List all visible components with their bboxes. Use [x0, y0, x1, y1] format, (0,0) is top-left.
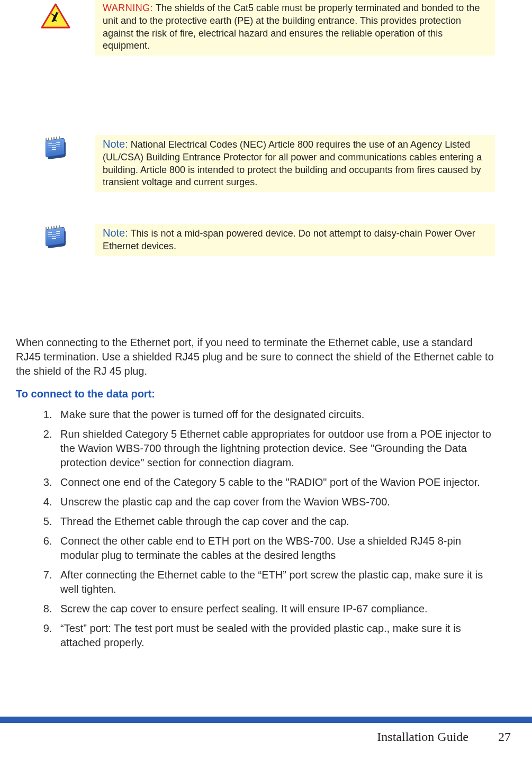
note-label: Note:: [103, 227, 128, 239]
warning-text-box: WARNING: The shields of the Cat5 cable m…: [95, 0, 495, 56]
step-item: “Test” port: The test port must be seale…: [55, 621, 495, 650]
note-callout-2: Note: This is not a mid-span powered dev…: [16, 224, 495, 256]
steps-list: Make sure that the power is turned off f…: [16, 408, 495, 650]
step-item: Connect the other cable end to ETH port …: [55, 534, 495, 563]
spacer: [16, 71, 495, 135]
footer-band: [0, 717, 532, 723]
warning-callout: WARNING: The shields of the Cat5 cable m…: [16, 0, 495, 56]
section-heading: To connect to the data port:: [16, 388, 495, 400]
spacer: [16, 272, 495, 336]
spacer: [16, 208, 495, 224]
intro-paragraph: When connecting to the Ethernet port, if…: [16, 336, 495, 378]
warning-text: The shields of the Cat5 cable must be pr…: [103, 3, 480, 51]
step-item: Connect one end of the Category 5 cable …: [55, 475, 495, 490]
note-text-box: Note: This is not a mid-span powered dev…: [95, 224, 495, 256]
step-item: Screw the cap cover to ensure perfect se…: [55, 602, 495, 616]
icon-column: [16, 135, 95, 160]
page: WARNING: The shields of the Cat5 cable m…: [0, 0, 532, 760]
footer-title: Installation Guide: [377, 730, 468, 744]
note-label: Note:: [103, 138, 128, 150]
icon-column: [16, 0, 95, 29]
step-item: Make sure that the power is turned off f…: [55, 408, 495, 422]
page-number: 27: [498, 730, 511, 744]
note-text: National Electrical Codes (NEC) Article …: [103, 139, 482, 187]
icon-column: [16, 224, 95, 249]
warning-label: WARNING:: [103, 3, 153, 13]
warning-icon: [41, 3, 70, 29]
step-item: Unscrew the plastic cap and the cap cove…: [55, 495, 495, 509]
step-item: Run shielded Category 5 Ethernet cable a…: [55, 427, 495, 470]
step-item: After connecting the Ethernet cable to t…: [55, 568, 495, 596]
note-icon: [44, 138, 67, 160]
footer: Installation Guide 27: [377, 730, 511, 744]
note-text: This is not a mid-span powered device. D…: [103, 228, 475, 251]
step-item: Thread the Ethernet cable through the ca…: [55, 514, 495, 529]
note-text-box: Note: National Electrical Codes (NEC) Ar…: [95, 135, 495, 192]
note-icon: [44, 227, 67, 249]
note-callout-1: Note: National Electrical Codes (NEC) Ar…: [16, 135, 495, 192]
